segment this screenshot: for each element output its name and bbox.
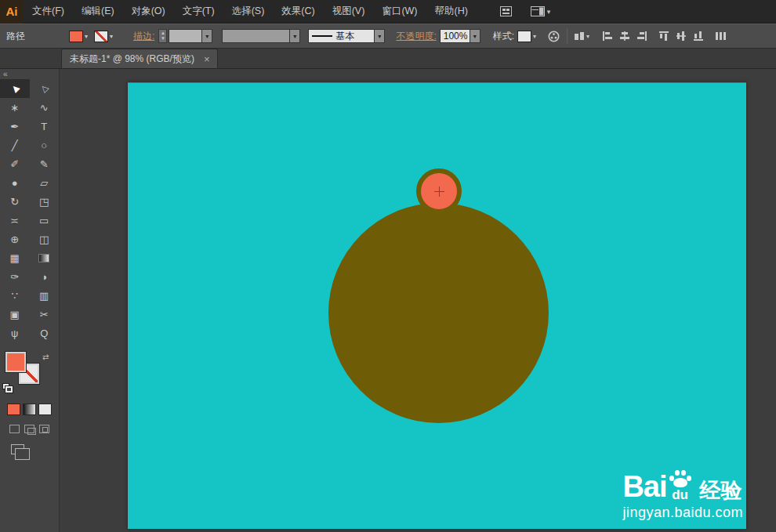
eraser-tool[interactable]: ▱ xyxy=(30,173,60,192)
collapse-panel-icon[interactable]: « xyxy=(3,70,8,78)
line-segment-tool[interactable]: ╱ xyxy=(0,136,30,154)
pen-tool-icon: ✒ xyxy=(10,121,19,132)
align-right-button[interactable] xyxy=(636,31,647,42)
ellipse-tool[interactable]: ○ xyxy=(30,136,60,154)
brush-definition-combobox[interactable]: ▾ xyxy=(222,29,300,43)
menu-select[interactable]: 选择(S) xyxy=(223,0,274,24)
draw-behind-icon[interactable] xyxy=(24,425,34,433)
paintbrush-tool[interactable]: ✐ xyxy=(0,154,30,173)
type-tool[interactable]: T xyxy=(30,117,60,136)
pencil-tool[interactable]: ✎ xyxy=(30,154,60,173)
document-tab[interactable]: 未标题-1* @ 98% (RGB/预览) × xyxy=(61,49,218,68)
zoom-tool[interactable]: Q xyxy=(30,324,60,342)
mesh-tool[interactable]: ▦ xyxy=(0,248,30,267)
opacity-combobox[interactable]: 100% ▾ xyxy=(440,29,480,43)
artboard[interactable] xyxy=(128,82,746,529)
fill-color-swatch[interactable] xyxy=(69,31,83,42)
distribute-button[interactable] xyxy=(715,31,726,42)
stroke-weight-stepper[interactable]: ▲▼ xyxy=(158,29,167,43)
graphic-style-swatch[interactable] xyxy=(517,31,531,42)
selection-tool-icon: ▶ xyxy=(9,82,20,94)
stepper-down-icon[interactable]: ▼ xyxy=(161,36,165,42)
slice-tool[interactable]: ✂ xyxy=(30,305,60,324)
selection-tool[interactable]: ▶ xyxy=(0,79,30,98)
align-left-button[interactable] xyxy=(602,31,613,42)
artboard-tool[interactable]: ▣ xyxy=(0,305,30,324)
blob-brush-tool[interactable]: ● xyxy=(0,173,30,192)
align-top-button[interactable] xyxy=(658,31,669,42)
workspace-switcher[interactable]: ▾ xyxy=(531,6,551,16)
gradient-button[interactable] xyxy=(23,404,36,415)
swap-fill-stroke-icon[interactable]: ⇄ xyxy=(42,353,49,361)
chevron-down-icon[interactable]: ▾ xyxy=(201,30,212,42)
large-olive-circle-shape[interactable] xyxy=(328,203,549,423)
fill-swatch[interactable] xyxy=(5,352,26,372)
rotate-tool[interactable]: ↻ xyxy=(0,192,30,211)
recolor-artwork-icon xyxy=(547,30,560,43)
width-tool[interactable]: ≍ xyxy=(0,211,30,230)
direct-selection-tool[interactable]: ▷ xyxy=(30,79,60,98)
distribute-icon xyxy=(715,31,726,42)
eyedropper-tool[interactable]: ✑ xyxy=(0,267,30,286)
align-center-vertical-button[interactable] xyxy=(676,31,687,42)
stroke-color-dropdown[interactable]: ▾ xyxy=(94,31,113,42)
menu-window[interactable]: 窗口(W) xyxy=(373,0,426,24)
align-to-dropdown[interactable]: ▾ xyxy=(574,31,589,42)
menu-file[interactable]: 文件(F) xyxy=(24,0,73,24)
opacity-panel-link[interactable]: 不透明度: xyxy=(396,30,436,43)
draw-normal-icon[interactable] xyxy=(9,425,20,433)
graphic-style-dropdown[interactable]: ▾ xyxy=(517,31,536,42)
bridge-icon[interactable] xyxy=(500,6,512,16)
menu-help[interactable]: 帮助(H) xyxy=(426,0,477,24)
stepper-up-icon[interactable]: ▲ xyxy=(161,31,165,36)
chevron-down-icon: ▾ xyxy=(586,33,589,40)
stroke-panel-link[interactable]: 描边: xyxy=(133,30,154,43)
width-tool-icon: ≍ xyxy=(10,215,19,226)
mesh-tool-icon: ▦ xyxy=(10,252,20,264)
width-profile-combobox[interactable]: 基本 ▾ xyxy=(308,29,385,43)
recolor-artwork-button[interactable] xyxy=(547,30,560,43)
shape-builder-tool[interactable]: ⊕ xyxy=(0,230,30,248)
scale-tool[interactable]: ◳ xyxy=(30,192,60,211)
align-objects-icon xyxy=(574,31,585,42)
align-bottom-button[interactable] xyxy=(693,31,704,42)
change-screen-mode-icon[interactable] xyxy=(11,444,24,454)
magic-wand-tool-icon: ∗ xyxy=(10,102,19,114)
width-profile-value: 基本 xyxy=(335,30,354,43)
magic-wand-tool[interactable]: ∗ xyxy=(0,98,30,117)
menu-edit[interactable]: 编辑(E) xyxy=(73,0,123,24)
default-fill-stroke-icon[interactable] xyxy=(2,383,13,393)
free-transform-tool[interactable]: ▭ xyxy=(30,211,60,230)
menu-effect[interactable]: 效果(C) xyxy=(273,0,323,24)
color-button[interactable] xyxy=(7,404,20,415)
none-button[interactable] xyxy=(38,404,52,415)
stroke-weight-combobox[interactable]: ▾ xyxy=(169,29,212,43)
hand-tool[interactable]: ψ xyxy=(0,324,30,342)
menu-type[interactable]: 文字(T) xyxy=(174,0,223,24)
chevron-down-icon[interactable]: ▾ xyxy=(374,30,384,42)
stroke-none-swatch[interactable] xyxy=(94,31,108,42)
fill-color-dropdown[interactable]: ▾ xyxy=(69,31,88,42)
chevron-down-icon[interactable]: ▾ xyxy=(289,30,299,42)
document-title: 未标题-1* @ 98% (RGB/预览) xyxy=(70,52,194,66)
perspective-grid-tool[interactable]: ◫ xyxy=(30,230,60,248)
gradient-tool[interactable] xyxy=(30,248,60,267)
symbol-sprayer-tool[interactable]: ∵ xyxy=(0,286,30,305)
chevron-down-icon: ▾ xyxy=(533,33,536,40)
chevron-down-icon: ▾ xyxy=(85,33,88,40)
draw-inside-icon[interactable] xyxy=(39,425,49,433)
tool-grid: ▶ ▷ ∗ ∿ ✒ T ╱ ○ ✐ ✎ ● ▱ ↻ ◳ ≍ ▭ ⊕ ◫ ▦ ✑ … xyxy=(0,79,59,342)
eraser-tool-icon: ▱ xyxy=(40,177,48,189)
menu-view[interactable]: 视图(V) xyxy=(324,0,374,24)
close-icon[interactable]: × xyxy=(204,53,210,65)
align-center-horizontal-button[interactable] xyxy=(619,31,630,42)
chevron-down-icon[interactable]: ▾ xyxy=(470,30,480,42)
column-graph-tool[interactable]: ▥ xyxy=(30,286,60,305)
menu-object[interactable]: 对象(O) xyxy=(123,0,174,24)
pen-tool[interactable]: ✒ xyxy=(0,117,30,136)
blend-tool[interactable]: ◑ xyxy=(30,267,60,286)
tools-panel: « ▶ ▷ ∗ ∿ ✒ T ╱ ○ ✐ ✎ ● ▱ ↻ ◳ ≍ ▭ ⊕ ◫ ▦ … xyxy=(0,69,60,532)
align-bottom-icon xyxy=(693,31,704,42)
lasso-tool[interactable]: ∿ xyxy=(30,98,60,117)
small-orange-circle-shape[interactable] xyxy=(416,168,462,214)
